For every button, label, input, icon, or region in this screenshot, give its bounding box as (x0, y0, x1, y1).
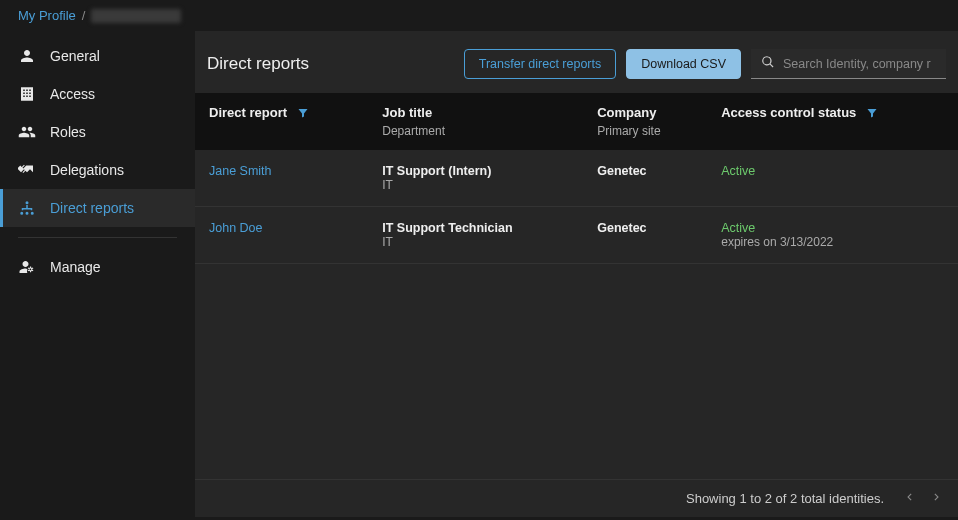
company-value: Genetec (597, 221, 693, 235)
sidebar-item-label: Access (50, 86, 95, 102)
handshake-icon (18, 161, 36, 179)
col-company[interactable]: Company Primary site (583, 93, 707, 150)
sidebar-item-direct-reports[interactable]: Direct reports (0, 189, 195, 227)
table-row[interactable]: John Doe IT Support Technician IT Genete… (195, 207, 958, 264)
search-input[interactable] (783, 57, 936, 71)
pagination-footer: Showing 1 to 2 of 2 total identities. (195, 479, 958, 517)
status-value: Active (721, 221, 944, 235)
breadcrumb-current-obscured (91, 9, 181, 23)
sidebar-item-label: Delegations (50, 162, 124, 178)
pagination-summary: Showing 1 to 2 of 2 total identities. (686, 491, 884, 506)
expires-value: expires on 3/13/2022 (721, 235, 944, 249)
job-title-value: IT Support Technician (382, 221, 569, 235)
table-row[interactable]: Jane Smith IT Support (Intern) IT Genete… (195, 150, 958, 207)
download-csv-button[interactable]: Download CSV (626, 49, 741, 79)
sidebar-divider (18, 237, 177, 238)
breadcrumb-separator: / (82, 8, 86, 23)
sidebar-item-manage[interactable]: Manage (0, 248, 195, 286)
transfer-direct-reports-button[interactable]: Transfer direct reports (464, 49, 617, 79)
company-value: Genetec (597, 164, 693, 178)
sidebar-item-delegations[interactable]: Delegations (0, 151, 195, 189)
search-box[interactable] (751, 49, 946, 79)
building-icon (18, 85, 36, 103)
hierarchy-icon (18, 199, 36, 217)
sidebar-item-label: Direct reports (50, 200, 134, 216)
search-icon (761, 55, 775, 72)
prev-page-button[interactable] (902, 490, 916, 507)
status-value: Active (721, 164, 944, 178)
job-title-value: IT Support (Intern) (382, 164, 569, 178)
person-icon (18, 47, 36, 65)
department-value: IT (382, 235, 569, 249)
sidebar-item-roles[interactable]: Roles (0, 113, 195, 151)
sidebar-item-general[interactable]: General (0, 37, 195, 75)
filter-icon[interactable] (297, 107, 309, 122)
identity-link[interactable]: Jane Smith (209, 164, 272, 178)
col-job-title[interactable]: Job title Department (368, 93, 583, 150)
breadcrumb-root[interactable]: My Profile (18, 8, 76, 23)
sidebar-item-label: Roles (50, 124, 86, 140)
sidebar-item-label: General (50, 48, 100, 64)
sidebar-item-access[interactable]: Access (0, 75, 195, 113)
col-access-status[interactable]: Access control status (707, 93, 958, 150)
col-direct-report[interactable]: Direct report (195, 93, 368, 150)
table-header-row: Direct report Job title Department Compa… (195, 93, 958, 150)
people-icon (18, 123, 36, 141)
main-content: Direct reports Transfer direct reports D… (195, 31, 958, 517)
toolbar: Direct reports Transfer direct reports D… (195, 41, 958, 93)
sidebar: General Access Roles Delegations Direct (0, 31, 195, 517)
page-title: Direct reports (207, 54, 454, 74)
sidebar-item-label: Manage (50, 259, 101, 275)
breadcrumb: My Profile / (0, 0, 958, 31)
filter-icon[interactable] (866, 107, 878, 122)
department-value: IT (382, 178, 569, 192)
identity-link[interactable]: John Doe (209, 221, 263, 235)
direct-reports-table: Direct report Job title Department Compa… (195, 93, 958, 479)
next-page-button[interactable] (930, 490, 944, 507)
person-gear-icon (18, 258, 36, 276)
